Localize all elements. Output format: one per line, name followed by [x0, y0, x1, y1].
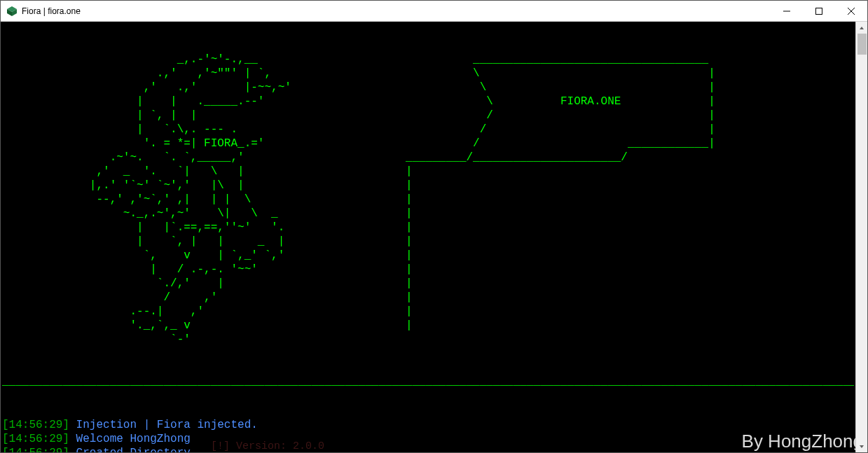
log-line: [14:56:29] Injection | Fiora injected. [2, 418, 854, 432]
scroll-thumb[interactable] [857, 34, 867, 55]
vertical-scrollbar[interactable] [855, 22, 867, 452]
console-output: _,.-'~'-.,__ .,' ,'~""' | `, ,' .,' |-~~… [1, 22, 855, 452]
scroll-up-button[interactable] [856, 22, 867, 34]
svg-marker-8 [860, 445, 864, 448]
ascii-art-right: ___________________________________ \ | … [406, 53, 715, 333]
log-message: Injection | Fiora injected. [69, 419, 258, 431]
log-line: [14:56:29] Welcome HongZhong [2, 432, 854, 446]
log-line: [14:56:29] Created Directory. [2, 446, 854, 452]
svg-rect-4 [816, 8, 822, 14]
log-timestamp: [14:56:29] [2, 419, 69, 431]
scroll-down-button[interactable] [856, 440, 867, 452]
divider-line: ________________________________________… [2, 375, 854, 389]
svg-marker-7 [860, 27, 864, 29]
app-window: Fiora | fiora.one _,.-'~'-.,__ [0, 0, 868, 453]
title-left: Fiora | fiora.one [6, 6, 81, 17]
log-list: [14:56:29] Injection | Fiora injected.[1… [2, 418, 854, 452]
app-icon [6, 6, 18, 17]
log-message: Created Directory. [69, 447, 197, 452]
minimize-button[interactable] [771, 1, 803, 21]
window-title: Fiora | fiora.one [22, 6, 81, 16]
ascii-banner: _,.-'~'-.,__ .,' ,'~""' | `, ,' .,' |-~~… [2, 53, 854, 347]
log-timestamp: [14:56:29] [2, 433, 69, 445]
maximize-button[interactable] [803, 1, 835, 21]
client-area: _,.-'~'-.,__ .,' ,'~""' | `, ,' .,' |-~~… [1, 22, 867, 452]
log-timestamp: [14:56:29] [2, 447, 69, 452]
close-button[interactable] [835, 1, 867, 21]
titlebar[interactable]: Fiora | fiora.one [1, 1, 867, 22]
log-message: Welcome HongZhong [69, 433, 191, 445]
ascii-art-left: _,.-'~'-.,__ .,' ,'~""' | `, ,' .,' |-~~… [2, 53, 406, 347]
window-controls [771, 1, 867, 21]
